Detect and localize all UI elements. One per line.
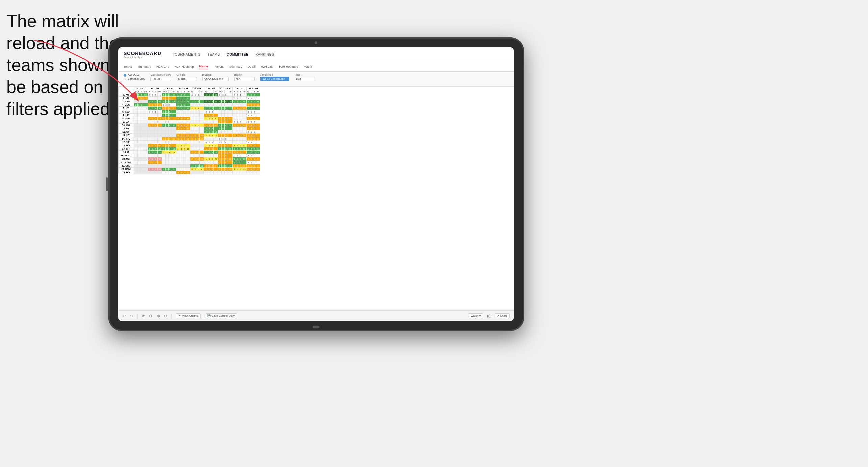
compact-view-radio[interactable]: Compact View [124,77,145,80]
matrix-cell: 5 [256,157,260,161]
subnav-matrix2[interactable]: Matrix [304,65,312,69]
matrix-cell [176,110,180,114]
matrix-cell [134,117,138,120]
subnav-h2h-heatmap[interactable]: H2H Heatmap [175,65,194,69]
matrix-cell: 0 [176,134,180,137]
division-select[interactable]: NCAA Division I NCAA Division II [202,77,229,81]
matrix-cell [143,120,148,124]
undo-icon[interactable]: ↩ [122,314,126,318]
nav-tournaments[interactable]: TOURNAMENTS [173,53,201,56]
conference-filter: Conference Pac-12 Conference (All) [260,74,289,81]
watch-button[interactable]: Watch ▾ [468,313,483,318]
refresh-icon[interactable]: ⟳ [142,314,145,318]
subnav-h2h-grid[interactable]: H2H Grid [156,65,169,69]
gender-select[interactable]: Men's Women's [177,77,197,81]
matrix-cell: 6 [250,168,253,171]
subnav-summary2[interactable]: Summary [229,65,242,69]
zoom-in-icon[interactable]: ⊕ [156,314,160,318]
matrix-cell [176,154,180,157]
matrix-cell: 0 [204,164,208,168]
matrix-cell: 0 [233,151,236,154]
table-row: 4. UNC10001011000100 01025 [119,103,260,107]
matrix-cell [162,171,166,174]
sub-w: W [134,90,138,93]
matrix-cell: 3 [214,164,218,168]
matrix-cell: 0 [250,107,253,110]
zoom-out-icon[interactable]: ⊖ [149,314,152,318]
matrix-cell [236,171,239,174]
nav-committee[interactable]: COMMITTEE [227,53,249,56]
matrix-cell [218,97,222,100]
tablet-home [313,326,319,328]
nav-teams[interactable]: TEAMS [208,53,220,56]
subnav-players[interactable]: Players [214,65,224,69]
matrix-cell [140,147,143,151]
matrix-cell: 1 [176,147,180,151]
matrix-cell: 0 [200,168,204,171]
matrix-cell: 0 [246,144,250,147]
full-view-radio[interactable]: Full View [124,74,145,77]
matrix-cell: 0 [183,137,186,141]
save-custom-button[interactable]: 💾 Save Custom View [205,313,237,318]
matrix-cell [208,154,211,157]
matrix-cell: 1 [246,107,250,110]
matrix-cell [256,144,260,147]
matrix-cell-self [134,157,138,161]
matrix-cell: 0 [253,144,256,147]
matrix-cell [214,120,218,124]
matrix-cell: 1 [204,107,208,110]
col-asu: 3. ASU [134,87,148,90]
matrix-cell: 0 [148,157,151,161]
matrix-cell: 1 [208,110,211,114]
matrix-cell [157,154,162,157]
nav-rankings[interactable]: RANKINGS [255,53,274,56]
table-row: 5. UT 01435010110022110100220011040100 [119,107,260,110]
matrix-cell: 0 [183,97,186,100]
share-button[interactable]: ↗ Share [495,313,510,318]
subnav-teams[interactable]: Teams [124,65,133,69]
matrix-cell-self [134,144,138,147]
col-su: 27. SU [204,87,218,90]
subnav-detail[interactable]: Detail [248,65,256,69]
matrix-cell [227,107,233,110]
matrix-cell: 4 [180,124,183,127]
matrix-cell [140,117,143,120]
matrix-cell [222,114,225,117]
matrix-cell: 1 [197,168,200,171]
matrix-cell [180,141,183,144]
view-original-button[interactable]: 👁 View: Original [176,313,201,318]
matrix-cell [154,120,158,124]
matrix-cell: 12 [214,134,218,137]
matrix-cell-self [134,124,138,127]
matrix-cell: 0 [176,137,180,141]
matrix-cell [214,127,218,130]
redo-icon[interactable]: ↪ [130,314,133,318]
matrix-cell: 2 [222,120,225,124]
matrix-cell [176,130,180,134]
matrix-cell: 1 [250,97,253,100]
max-teams-select[interactable]: Top 25 Top 50 All [150,77,171,81]
matrix-cell: 0 [246,164,250,168]
matrix-cell [242,130,246,134]
reset-icon[interactable]: ⊙ [164,314,167,318]
matrix-cell: 1 [134,103,138,107]
matrix-cell [134,120,138,124]
subnav-summary[interactable]: Summary [138,65,151,69]
matrix-cell [154,97,158,100]
subnav-h2h-heatmap2[interactable]: H2H Heatmap [279,65,298,69]
matrix-cell [200,161,204,164]
conference-select[interactable]: Pac-12 Conference (All) [260,77,289,81]
matrix-cell [171,103,176,107]
matrix-cell: 1 [171,107,176,110]
matrix-cell [154,114,158,117]
matrix-area[interactable]: 3. ASU 10. UW 11. UA 22. UCB 24. UO 27. … [118,87,514,310]
matrix-cell: -34 [157,157,162,161]
subnav-h2h-grid2[interactable]: H2H Grid [261,65,274,69]
matrix-cell [227,110,233,114]
grid-icon[interactable]: ⊞ [487,314,490,318]
matrix-cell-self [134,100,138,103]
matrix-cell: 4 [250,124,253,127]
team-select[interactable]: (All) [295,77,315,81]
region-select[interactable]: N/A East West [234,77,255,81]
subnav-matrix[interactable]: Matrix [199,65,209,69]
